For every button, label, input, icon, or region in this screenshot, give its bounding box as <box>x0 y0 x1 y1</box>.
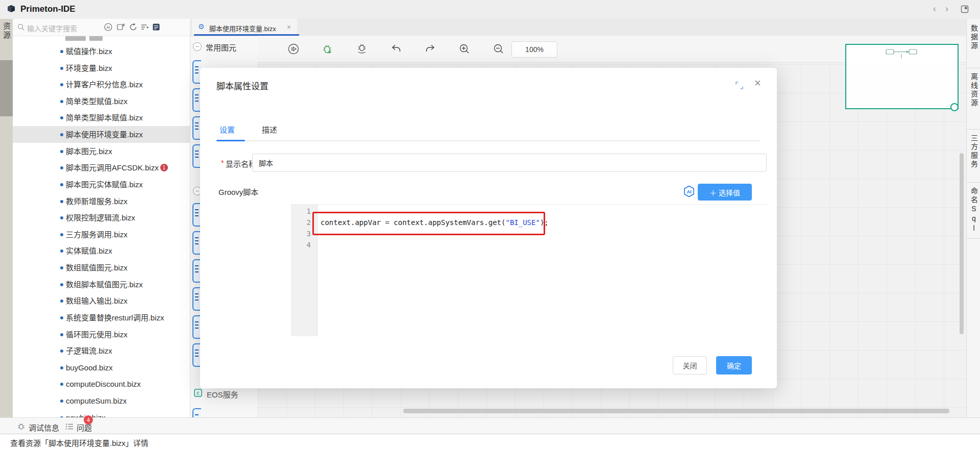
svg-text:AI: AI <box>107 26 110 29</box>
fullscreen-icon[interactable] <box>735 81 744 90</box>
tab-script-env-var[interactable]: ⚙ 脚本使用环境变量.bizx × <box>192 19 297 36</box>
tree-item[interactable]: 计算客户积分信息.bizx <box>13 76 190 93</box>
tree-item[interactable]: 子逻辑流.bizx <box>13 342 190 359</box>
gear-icon: ⚙ <box>198 22 205 31</box>
clipped-tree-item <box>65 36 86 41</box>
search-input[interactable]: 输入关键字搜索 <box>27 23 77 33</box>
clipped-tree-item <box>89 36 103 41</box>
select-value-button[interactable]: ＋ 选择值 <box>698 184 752 201</box>
active-tab-indicator <box>216 140 245 141</box>
problems-count-badge: 4 <box>84 415 93 425</box>
palette-section-header: EOS服务 <box>207 389 238 400</box>
bizx-bullet-icon <box>60 83 63 86</box>
horizontal-scrollbar[interactable] <box>403 409 949 413</box>
bottom-panel-bar: 调试信息 问题 4 <box>0 417 980 434</box>
zoom-level-display[interactable]: 100% <box>511 41 557 58</box>
divider <box>967 238 980 239</box>
groovy-code-editor[interactable]: 1234 context.appVar = context.appSystemV… <box>291 204 767 336</box>
groovy-script-label: Groovy脚本 <box>218 186 258 197</box>
bizx-bullet-icon <box>60 333 63 336</box>
tree-item[interactable]: 简单类型脚本赋值.bizx <box>13 109 190 126</box>
palette-section-eos[interactable]: E EOS服务 <box>190 387 258 402</box>
sidebar-tab-offline-resources[interactable]: 离线资源 <box>969 73 979 108</box>
tree-item[interactable]: 数组输入输出.bizx <box>13 292 190 309</box>
titlebar: Primeton-IDE ‹ › <box>0 0 980 19</box>
bizx-bullet-icon <box>60 67 63 70</box>
tree-item[interactable]: 环境变量.bizx <box>13 60 190 77</box>
ai-assist-icon[interactable]: AI <box>104 22 113 32</box>
tree-item[interactable]: 简单类型赋值.bizx <box>13 93 190 110</box>
bizx-bullet-icon <box>60 300 63 303</box>
bizx-bullet-icon <box>60 216 63 219</box>
tree-item[interactable]: 三方服务调用.bizx <box>13 226 190 243</box>
status-bar: 查看资源「脚本使用环境变量.bizx」详情 <box>0 434 980 449</box>
line-number: 2 <box>296 217 311 228</box>
bizx-bullet-icon <box>60 350 63 353</box>
tree-item[interactable]: 实体赋值.bizx <box>13 242 190 259</box>
tree-item[interactable]: 权限控制逻辑流.bizx <box>13 209 190 226</box>
close-icon[interactable]: × <box>754 77 761 90</box>
collapse-section-icon[interactable]: − <box>193 42 202 51</box>
debug-info-tab[interactable]: 调试信息 <box>29 422 59 433</box>
bizx-bullet-icon <box>60 200 63 203</box>
bizx-bullet-icon <box>60 133 63 136</box>
tree-item[interactable]: buyGood.bizx <box>13 359 190 376</box>
tab-settings[interactable]: 设置 <box>219 124 235 135</box>
display-name-input[interactable] <box>252 154 767 172</box>
nav-back-icon[interactable]: ‹ <box>930 3 939 14</box>
sidebar-tab-third-party-services[interactable]: 三方服务 <box>969 134 979 169</box>
problems-list-icon <box>65 422 74 431</box>
zoom-out-icon[interactable] <box>493 43 505 55</box>
document-view-icon[interactable] <box>152 22 161 32</box>
minimap-resize-handle[interactable] <box>950 103 959 111</box>
vertical-scrollbar[interactable] <box>960 153 964 334</box>
tree-item[interactable]: 教师新增服务.bizx <box>13 193 190 210</box>
tree-item[interactable]: 脚本使用环境变量.bizx <box>13 126 190 143</box>
debug-deploy-icon[interactable] <box>356 43 368 55</box>
close-button[interactable]: 关闭 <box>673 356 707 375</box>
minimap[interactable] <box>845 44 959 109</box>
script-properties-dialog: 脚本属性设置 × 设置 描述 * 显示名称 Groovy脚本 AI ＋ 选择值 … <box>200 68 777 388</box>
undo-icon[interactable] <box>390 43 402 55</box>
tree-item[interactable]: newbiz.bizx <box>13 409 190 417</box>
tree-item[interactable]: 脚本图元.bizx <box>13 143 190 160</box>
tree-item[interactable]: 系统变量替换resturl调用.bizx <box>13 309 190 326</box>
bizx-bullet-icon <box>60 266 63 269</box>
ok-button[interactable]: 确定 <box>716 356 752 375</box>
search-bar[interactable]: 输入关键字搜索 AI <box>13 19 190 36</box>
nav-forward-icon[interactable]: › <box>942 3 951 14</box>
tree-item[interactable]: 循环图元使用.bizx <box>13 326 190 343</box>
sort-list-icon[interactable] <box>140 22 150 32</box>
refresh-icon[interactable] <box>129 22 138 32</box>
tree-item[interactable]: 数组赋值图元.bizx <box>13 259 190 276</box>
sidebar-tab-datasource[interactable]: 数据源 <box>969 24 979 51</box>
error-badge: 1 <box>160 164 168 171</box>
tab-close-icon[interactable]: × <box>287 23 291 31</box>
tree-item[interactable]: 脚本图元调用AFCSDK.bizx1 <box>13 159 190 176</box>
bizx-bullet-icon <box>60 366 63 369</box>
bizx-bullet-icon <box>60 150 63 153</box>
zoom-in-icon[interactable] <box>458 43 471 55</box>
tab-description[interactable]: 描述 <box>262 124 277 135</box>
divider <box>967 129 980 130</box>
debug-run-icon[interactable] <box>322 43 334 55</box>
line-number: 4 <box>296 239 311 251</box>
bizx-bullet-icon <box>60 316 63 319</box>
new-resource-icon[interactable] <box>116 22 126 32</box>
window-layout-icon[interactable] <box>961 5 969 13</box>
divider <box>967 182 980 183</box>
tree-item[interactable]: 数组脚本赋值图元.bizx <box>13 276 190 293</box>
ai-generate-icon[interactable]: AI <box>682 185 696 198</box>
run-icon[interactable] <box>287 43 300 55</box>
tree-item[interactable]: computeDiscount.bizx <box>13 376 190 392</box>
palette-section-header[interactable]: 常用图元 <box>206 42 236 53</box>
tree-item[interactable]: 脚本图元实体赋值.bizx <box>13 176 190 193</box>
rail-tab-resources[interactable]: 资源 <box>1 22 12 40</box>
divider <box>967 68 980 68</box>
redo-icon[interactable] <box>424 43 436 55</box>
tree-item[interactable]: computeSum.bizx <box>13 392 190 409</box>
bizx-bullet-icon <box>60 116 63 119</box>
sidebar-tab-named-sql[interactable]: 命名Sql <box>969 187 979 234</box>
tree-item[interactable]: 赋值操作.bizx <box>13 43 190 60</box>
highlight-red-box <box>312 212 545 235</box>
